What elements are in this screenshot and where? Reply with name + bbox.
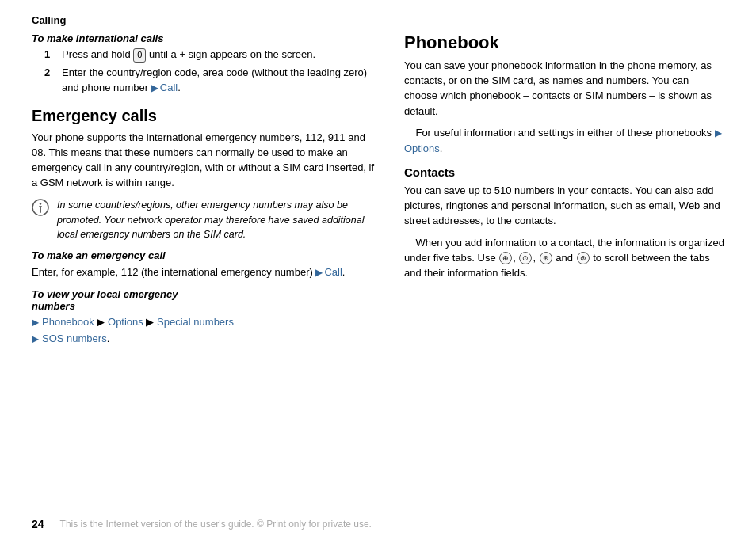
sep1: ▶ bbox=[97, 316, 108, 328]
phonebook-title: Phonebook bbox=[404, 32, 724, 53]
content-area: To make international calls 1 Press and … bbox=[32, 32, 724, 349]
international-calls-title: To make international calls bbox=[32, 32, 380, 44]
link-phonebook[interactable]: Phonebook bbox=[42, 316, 94, 328]
bullet-arrow-1: ▶ bbox=[32, 316, 39, 330]
bullet-arrow-2: ▶ bbox=[32, 333, 39, 347]
contacts-body2: When you add information to a contact, t… bbox=[404, 235, 724, 281]
phonebook-body1: You can save your phonebook information … bbox=[404, 58, 724, 119]
note-box: In some countries/regions, other emergen… bbox=[32, 198, 380, 241]
note-icon bbox=[32, 199, 49, 216]
emergency-calls-title: Emergency calls bbox=[32, 107, 380, 125]
note-text: In some countries/regions, other emergen… bbox=[57, 198, 380, 241]
step-1: 1 Press and hold 0 until a + sign appear… bbox=[44, 48, 380, 63]
arrow-call-2: ▶ bbox=[315, 267, 323, 278]
link-sos[interactable]: SOS numbers bbox=[42, 333, 107, 344]
sep2: ▶ bbox=[146, 316, 157, 328]
step-2-text: Enter the country/region code, area code… bbox=[62, 66, 380, 96]
key-0: 0 bbox=[133, 48, 146, 63]
local-numbers-item-1: ▶ Phonebook ▶ Options ▶ Special numbers bbox=[32, 315, 380, 330]
arrow-call-1: ▶ bbox=[151, 82, 158, 93]
make-emergency-call-title: To make an emergency call bbox=[32, 249, 380, 261]
contacts-title: Contacts bbox=[404, 165, 724, 179]
step-1-text: Press and hold 0 until a + sign appears … bbox=[62, 48, 380, 63]
make-emergency-call-body: Enter, for example, 112 (the internation… bbox=[32, 264, 380, 280]
international-calls-steps: 1 Press and hold 0 until a + sign appear… bbox=[44, 48, 380, 96]
international-calls-section: To make international calls 1 Press and … bbox=[32, 32, 380, 96]
phonebook-section: Phonebook You can save your phonebook in… bbox=[404, 32, 724, 280]
local-numbers-item-2: ▶ SOS numbers. bbox=[32, 332, 380, 347]
sos-period: . bbox=[107, 333, 110, 344]
link-options-1[interactable]: Options bbox=[108, 316, 143, 328]
right-column: Phonebook You can save your phonebook in… bbox=[404, 32, 724, 349]
contacts-section: Contacts You can save up to 510 numbers … bbox=[404, 165, 724, 280]
link-call-1[interactable]: Call bbox=[160, 82, 178, 93]
footer-bar: 24 This is the Internet version of the u… bbox=[0, 511, 756, 536]
footer-page-number: 24 bbox=[32, 518, 44, 530]
nav-icon-4: ⊚ bbox=[577, 252, 590, 264]
local-numbers-section: To view your local emergencynumbers ▶ Ph… bbox=[32, 288, 380, 348]
nav-icon-2: ⊙ bbox=[519, 252, 532, 264]
header-title: Calling bbox=[32, 14, 66, 26]
step-2: 2 Enter the country/region code, area co… bbox=[44, 66, 380, 96]
footer-notice: This is the Internet version of the user… bbox=[60, 519, 372, 530]
nav-icon-1: ⊕ bbox=[499, 252, 512, 264]
link-options-phonebook[interactable]: Options bbox=[404, 143, 440, 154]
local-numbers-item-2-text: SOS numbers. bbox=[42, 332, 109, 347]
emergency-calls-section: Emergency calls Your phone supports the … bbox=[32, 107, 380, 348]
link-call-2[interactable]: Call bbox=[324, 266, 342, 278]
link-special-numbers[interactable]: Special numbers bbox=[157, 316, 234, 328]
and-text: and bbox=[556, 252, 575, 264]
arrow-options: ▶ bbox=[715, 127, 722, 139]
local-numbers-item-1-text: Phonebook ▶ Options ▶ Special numbers bbox=[42, 315, 234, 330]
emergency-body: Your phone supports the international em… bbox=[32, 130, 380, 191]
left-column: To make international calls 1 Press and … bbox=[32, 32, 380, 349]
svg-point-1 bbox=[40, 203, 41, 205]
phonebook-body2: For useful information and settings in e… bbox=[404, 125, 724, 156]
page: Calling To make international calls 1 Pr… bbox=[0, 0, 756, 536]
page-header: Calling bbox=[32, 14, 724, 26]
make-emergency-call-section: To make an emergency call Enter, for exa… bbox=[32, 249, 380, 280]
local-numbers-title: To view your local emergencynumbers bbox=[32, 288, 380, 312]
step-1-num: 1 bbox=[44, 48, 55, 63]
step-2-num: 2 bbox=[44, 66, 55, 96]
contacts-body1: You can save up to 510 numbers in your c… bbox=[404, 183, 724, 229]
nav-icon-3: ⊛ bbox=[540, 252, 552, 264]
